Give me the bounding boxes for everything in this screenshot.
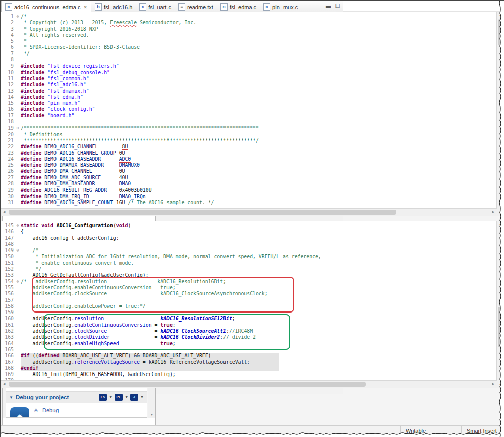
code-line-153[interactable]: 153 ADC16_GetDefaultConfig(&adcUserConfi… — [1, 272, 497, 278]
code-line-167[interactable]: 167 adcUserConfig.referenceVoltageSource… — [1, 359, 497, 365]
pane1-hscrollbar[interactable]: ◄ ► — [1, 208, 497, 216]
dropdown-arrow-icon[interactable]: ▼ — [125, 394, 128, 401]
code-line-164[interactable]: 164 adcUserConfig.enableHighSpeed = true… — [1, 341, 497, 347]
code-line-11[interactable]: 11#include "fsl_common.h" — [1, 76, 497, 82]
code-line-160[interactable]: 160 adcUserConfig.resolution = kADC16_Re… — [1, 316, 497, 322]
code-line-26[interactable]: 26#define DEMO_DMA_CHANNEL 0U — [1, 168, 497, 174]
code-line-12[interactable]: 12#include "fsl_adc16.h" — [1, 82, 497, 88]
code-line-17[interactable]: 17#include "board.h" — [1, 113, 497, 119]
debug-project-icon: ✷ — [10, 407, 29, 418]
code-line-151[interactable]: 151 * enable continuous convert mode. — [1, 260, 497, 266]
maximize-icon[interactable]: ☐ — [334, 3, 341, 10]
line-number: 6 — [1, 44, 15, 50]
code-line-10[interactable]: 10#include "fsl_debug_console.h" — [1, 70, 497, 76]
code-line-3[interactable]: 3 * Copyright 2016-2018 NXP — [1, 26, 497, 32]
code-line-152[interactable]: 152 */ — [1, 266, 497, 272]
code-line-24[interactable]: 24#define DEMO_ADC16_BASEADDR ADC0 — [1, 156, 497, 162]
scroll-up-icon[interactable]: ▲ — [497, 12, 504, 18]
minimize-icon[interactable]: ▬ — [325, 3, 332, 10]
scroll-left-icon[interactable]: ◄ — [1, 381, 8, 388]
code-line-146[interactable]: 146{ — [1, 229, 497, 235]
code-line-18[interactable]: 18 — [1, 119, 497, 125]
code-line-9[interactable]: 9#include "fsl_device_registers.h" — [1, 63, 497, 69]
line-number: 9 — [1, 63, 15, 69]
code-line-30[interactable]: 30#define DEMO_DMA_IRQ_ID DMA0_IRQn — [1, 194, 497, 200]
pane2-hscrollbar[interactable]: ◄ ► — [1, 380, 497, 388]
editor-tab-readme-txt[interactable]: ≡readme.txt — [175, 1, 217, 13]
probe-pe-button[interactable]: PE — [115, 394, 123, 401]
code-line-31[interactable]: 31#define DEMO_ADC16_SAMPLE_COUNT 16U /*… — [1, 200, 497, 206]
code-line-157[interactable]: 157 — [1, 297, 497, 303]
pane2-vscrollbar[interactable]: ▲ ▼ — [496, 221, 504, 388]
editor-tab-fsl-uart-c[interactable]: cfsl_uart.c — [136, 1, 175, 13]
probe-ls-button[interactable]: LS — [99, 394, 107, 401]
line-number: 1 — [1, 14, 15, 20]
code-line-169[interactable]: 169 ADC16_Init(DEMO_ADC16_BASEADDR, &adc… — [1, 371, 497, 378]
debug-star-icon: ✳ — [32, 407, 39, 414]
scroll-up-icon[interactable]: ▲ — [497, 221, 504, 227]
code-line-14[interactable]: 14#include "fsl_edma.h" — [1, 94, 497, 100]
code-line-21[interactable]: 21 *************************************… — [1, 138, 497, 144]
code-pane-bottom[interactable]: 145⊖static void ADC16_Configuration(void… — [1, 221, 504, 388]
code-line-1[interactable]: 1⊖/* — [1, 14, 497, 20]
code-line-162[interactable]: 162 adcUserConfig.clockSource = kADC16_C… — [1, 328, 497, 334]
code-line-149[interactable]: 149⊖ /* — [1, 247, 497, 254]
code-line-22[interactable]: 22#define DEMO_ADC16_CHANNEL 8U — [1, 144, 497, 150]
code-line-16[interactable]: 16#include "clock_config.h" — [1, 106, 497, 112]
code-line-166[interactable]: 166#if ((defined BOARD_ADC_USE_ALT_VREF)… — [1, 353, 497, 359]
code-line-4[interactable]: 4 * All rights reserved. — [1, 32, 497, 38]
dropdown-arrow-icon[interactable]: ▼ — [109, 394, 113, 401]
line-number: 148 — [1, 241, 15, 247]
code-line-20[interactable]: 20 * Definitions — [1, 132, 497, 138]
line-number: 28 — [1, 181, 15, 187]
code-line-13[interactable]: 13#include "fsl_dmamux.h" — [1, 88, 497, 94]
line-number: 12 — [1, 82, 15, 88]
editor-tab-adc16-continuous-edma-c[interactable]: cadc16_continuous_edma.c✕ — [1, 1, 91, 13]
dropdown-arrow-icon[interactable]: ▼ — [140, 394, 144, 401]
code-line-29[interactable]: 29#define ADC16_RESULT_REG_ADDR 0x4003b0… — [1, 187, 497, 193]
code-line-19[interactable]: 19⊖/************************************… — [1, 125, 497, 131]
code-line-145[interactable]: 145⊖static void ADC16_Configuration(void… — [1, 223, 497, 229]
scroll-left-icon[interactable]: ◄ — [1, 209, 8, 216]
code-line-8[interactable]: 8 — [1, 57, 497, 63]
code-line-23[interactable]: 23#define DEMO_ADC16_CHANNEL_GROUP 0U — [1, 150, 497, 156]
pane1-vscrollbar[interactable]: ▲ ▼ — [496, 12, 504, 216]
scroll-right-icon[interactable]: ► — [490, 209, 497, 216]
close-icon[interactable]: ✕ — [83, 5, 87, 10]
code-line-155[interactable]: 155 adcUserConfig.enableContinuousConver… — [1, 285, 497, 291]
code-line-2[interactable]: 2 * Copyright (c) 2013 - 2015, Freescale… — [1, 20, 497, 26]
code-line-163[interactable]: 163 adcUserConfig.clockDivider = kADC16_… — [1, 334, 497, 340]
quickstart-link-debug[interactable]: ✳Debug — [32, 407, 111, 414]
code-line-28[interactable]: 28#define DEMO_DMA_BASEADDR DMA0 — [1, 181, 497, 187]
probe-j-button[interactable]: J — [130, 394, 138, 401]
section-header-debug-your-project[interactable]: ▼Debug your projectLS▼PE▼J▼ — [6, 391, 147, 403]
editor-tab-fsl-edma-c[interactable]: cfsl_edma.c — [217, 1, 260, 13]
editor-tab-pin-mux-c[interactable]: cpin_mux.c — [260, 1, 301, 13]
code-line-168[interactable]: 168#endif — [1, 365, 497, 371]
code-line-5[interactable]: 5 * — [1, 38, 497, 44]
c-file-icon: c — [220, 3, 228, 11]
code-line-147[interactable]: 147 adc16_config_t adcUserConfig; — [1, 235, 497, 241]
scroll-down-icon[interactable]: ▼ — [497, 210, 504, 216]
code-line-150[interactable]: 150 * Initialization ADC for 16bit resol… — [1, 254, 497, 260]
scroll-right-icon[interactable]: ► — [490, 381, 497, 388]
code-line-156[interactable]: 156 adcUserConfig.clockSource = kADC16_C… — [1, 291, 497, 297]
code-line-6[interactable]: 6 * SPDX-License-Identifier: BSD-3-Claus… — [1, 44, 497, 50]
code-pane-top[interactable]: 1⊖/*2 * Copyright (c) 2013 - 2015, Frees… — [1, 12, 504, 216]
scroll-down-icon[interactable]: ▼ — [148, 412, 155, 418]
section-collapse-icon[interactable]: ▼ — [9, 395, 13, 400]
line-number: 20 — [1, 132, 15, 138]
code-line-27[interactable]: 27#define DEMO_DMA_ADC_SOURCE 40U — [1, 175, 497, 181]
code-line-7[interactable]: 7 */ — [1, 51, 497, 57]
code-line-15[interactable]: 15#include "pin_mux.h" — [1, 100, 497, 106]
code-line-148[interactable]: 148 — [1, 241, 497, 247]
code-line-161[interactable]: 161 adcUserConfig.enableContinuousConver… — [1, 322, 497, 328]
scroll-down-icon[interactable]: ▼ — [497, 382, 504, 388]
code-line-154[interactable]: 154⊖/* adcUserConfig.resolution = kADC16… — [1, 279, 497, 285]
code-line-165[interactable]: 165 — [1, 347, 497, 353]
code-line-158[interactable]: 158 adcUserConfig.enableLowPower = true;… — [1, 303, 497, 309]
code-line-159[interactable]: 159 — [1, 309, 497, 316]
editor-tab-fsl-adc16-h[interactable]: hfsl_adc16.h — [91, 1, 136, 13]
line-number: 164 — [1, 341, 15, 347]
code-line-25[interactable]: 25#define DEMO_DMAMUX_BASEADDR DMAMUX0 — [1, 162, 497, 168]
